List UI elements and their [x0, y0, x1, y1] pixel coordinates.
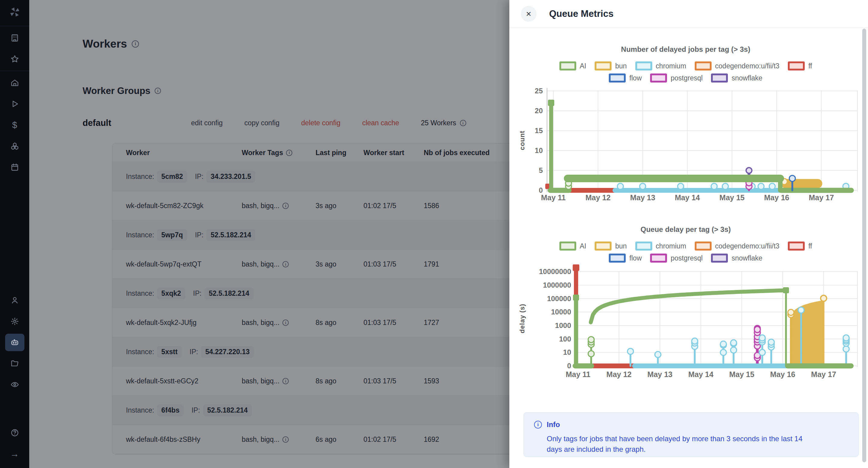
- robot-icon: [10, 338, 19, 347]
- app-root: $ → Workers: [0, 0, 868, 468]
- legend-item-ff[interactable]: ff: [788, 61, 812, 70]
- legend-item-chromium[interactable]: chromium: [635, 61, 686, 70]
- sidebar-item-workers[interactable]: [5, 334, 24, 351]
- worker-groups-title-text: Worker Groups: [83, 86, 150, 96]
- sidebar-item-workspace[interactable]: [5, 29, 24, 47]
- worker-start: 01:02 17/5: [364, 425, 396, 454]
- sidebar-collapse-button[interactable]: →: [5, 445, 24, 463]
- info-icon[interactable]: i: [282, 261, 289, 267]
- svg-text:10000000: 10000000: [539, 267, 571, 275]
- drawer-title: Queue Metrics: [549, 8, 614, 19]
- worker-tags: bash, bigq...i: [242, 308, 289, 337]
- legend-item-codegendemo:u/fii/t3[interactable]: codegendemo:u/fii/t3: [695, 241, 780, 250]
- group-action-clean-cache[interactable]: clean cache: [362, 119, 399, 127]
- info-icon[interactable]: i: [282, 320, 289, 326]
- legend-swatch: [788, 61, 805, 70]
- info-icon[interactable]: i: [132, 40, 139, 47]
- chart-canvas: May 11May 12May 13May 14May 15May 16May …: [513, 84, 859, 208]
- workers-count: 25 Workers i: [421, 119, 466, 127]
- svg-text:10000: 10000: [551, 308, 571, 316]
- delayed-jobs-chart: Number of delayed jobs per tag (> 3s) AI…: [513, 45, 859, 208]
- legend-swatch: [788, 241, 805, 250]
- legend-swatch: [695, 241, 712, 250]
- worker-start: 01:02 17/5: [364, 191, 396, 221]
- svg-text:delay (s): delay (s): [518, 304, 526, 333]
- sidebar-item-audit-logs[interactable]: [5, 376, 24, 393]
- windmill-logo-icon[interactable]: [9, 6, 21, 19]
- queue-metrics-drawer: × Queue Metrics Number of delayed jobs p…: [509, 0, 868, 468]
- group-action-edit-config[interactable]: edit config: [191, 119, 223, 127]
- svg-text:0: 0: [539, 186, 543, 194]
- info-icon[interactable]: i: [155, 88, 161, 94]
- info-icon[interactable]: i: [282, 436, 289, 443]
- page-title: Workers i: [83, 38, 139, 50]
- svg-text:20: 20: [535, 107, 543, 115]
- info-banner-title: Info: [547, 421, 560, 429]
- sidebar-item-folders[interactable]: [5, 355, 24, 372]
- star-icon: [10, 55, 19, 63]
- legend-item-codegendemo:u/fii/t3[interactable]: codegendemo:u/fii/t3: [695, 61, 780, 70]
- sidebar-item-runs[interactable]: [5, 95, 24, 113]
- legend-item-postgresql[interactable]: postgresql: [650, 73, 703, 82]
- svg-text:May 17: May 17: [811, 370, 836, 378]
- svg-text:100000: 100000: [547, 295, 571, 303]
- arrow-right-icon: →: [10, 449, 19, 458]
- legend-item-ff[interactable]: ff: [788, 241, 812, 250]
- svg-text:May 12: May 12: [607, 370, 631, 378]
- sidebar-item-users[interactable]: [5, 292, 24, 309]
- legend-swatch: [635, 241, 652, 250]
- group-name: default: [83, 118, 191, 128]
- jobs-executed: 1586: [424, 191, 439, 221]
- svg-text:May 13: May 13: [647, 370, 673, 378]
- svg-text:May 11: May 11: [541, 193, 566, 202]
- group-action-copy-config[interactable]: copy config: [244, 119, 279, 127]
- info-icon[interactable]: i: [286, 150, 292, 156]
- sidebar-item-settings[interactable]: [5, 312, 24, 330]
- legend-item-bun[interactable]: bun: [595, 61, 627, 70]
- svg-text:May 17: May 17: [809, 193, 834, 202]
- info-icon[interactable]: i: [282, 378, 289, 384]
- worker-name: wk-default-5xqk2-JUfjg: [126, 308, 196, 337]
- legend-item-chromium[interactable]: chromium: [635, 241, 686, 250]
- sidebar-item-variables[interactable]: $: [5, 116, 24, 134]
- svg-text:May 12: May 12: [586, 193, 611, 202]
- legend-item-snowflake[interactable]: snowflake: [711, 254, 762, 263]
- drawer-scrollbar[interactable]: [862, 29, 866, 462]
- sidebar-item-schedules[interactable]: [5, 158, 24, 176]
- legend-item-AI[interactable]: AI: [559, 61, 587, 70]
- sidebar: $ →: [0, 0, 29, 468]
- legend-item-flow[interactable]: flow: [609, 254, 642, 263]
- legend-item-postgresql[interactable]: postgresql: [650, 254, 703, 263]
- legend-swatch: [650, 254, 667, 263]
- svg-text:May 13: May 13: [630, 193, 655, 202]
- folder-icon: [10, 359, 19, 368]
- sidebar-divider: [0, 26, 29, 26]
- sidebar-item-resources[interactable]: [5, 137, 24, 155]
- info-icon[interactable]: i: [282, 203, 289, 209]
- legend-item-bun[interactable]: bun: [595, 241, 627, 250]
- info-icon[interactable]: i: [460, 120, 466, 126]
- legend-item-flow[interactable]: flow: [609, 73, 642, 82]
- cubes-icon: [10, 142, 19, 150]
- instance-info: Instance:5wp7qIP:52.5.182.214: [126, 221, 255, 250]
- svg-text:10: 10: [535, 146, 543, 155]
- instance-info: Instance:5cm82IP:34.233.201.5: [126, 162, 255, 191]
- eye-icon: [10, 380, 19, 389]
- home-icon: [10, 78, 19, 87]
- last-ping: 8s ago: [315, 308, 336, 337]
- worker-groups-title: Worker Groups i: [83, 86, 161, 96]
- sidebar-item-favorites[interactable]: [5, 50, 24, 68]
- legend-item-snowflake[interactable]: snowflake: [711, 73, 762, 82]
- sidebar-item-home[interactable]: [5, 74, 24, 92]
- close-button[interactable]: ×: [521, 6, 536, 22]
- legend-swatch: [559, 61, 576, 70]
- last-ping: 6s ago: [315, 425, 336, 454]
- legend-swatch: [595, 61, 612, 70]
- legend-item-AI[interactable]: AI: [559, 241, 587, 250]
- worker-start: 01:03 17/5: [364, 250, 396, 279]
- user-icon: [10, 296, 19, 304]
- sidebar-item-help[interactable]: [5, 424, 24, 441]
- chart-canvas: May 11May 12May 13May 14May 15May 16May …: [513, 264, 859, 391]
- group-action-delete-config[interactable]: delete config: [301, 119, 340, 127]
- svg-text:May 15: May 15: [730, 370, 754, 378]
